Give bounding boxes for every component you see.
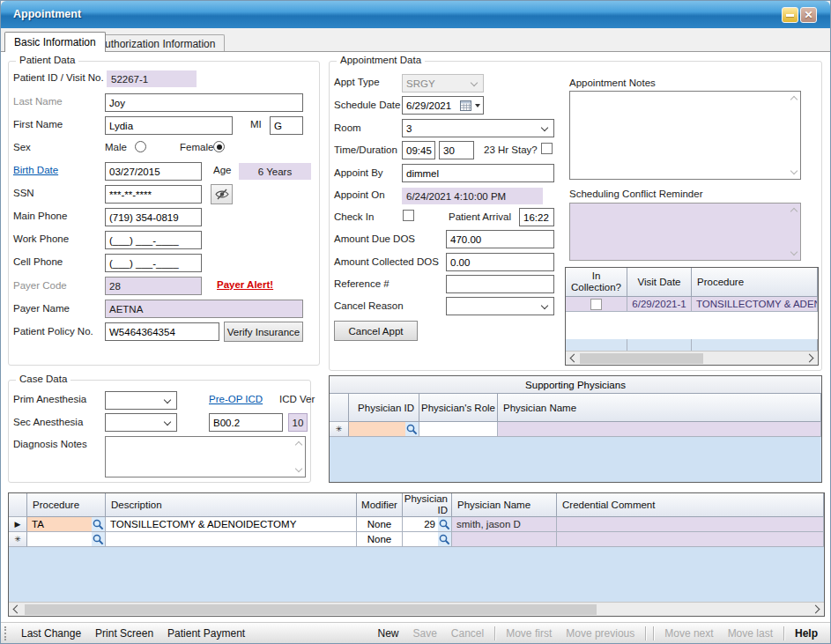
mi-input[interactable]: G [270, 116, 303, 135]
sup-col-physician-id[interactable]: Physician ID [349, 394, 419, 422]
proc-col-procedure[interactable]: Procedure [27, 493, 106, 517]
procedure-code-cell[interactable]: TA [27, 517, 92, 532]
procedure-code-cell[interactable] [27, 532, 92, 547]
title-bar[interactable]: Appointment ✕ [1, 1, 830, 28]
description-cell[interactable]: TONSILLECTOMY & ADENOIDECTOMY [106, 517, 357, 532]
move-first-button[interactable]: Move first [499, 627, 559, 640]
patient-policy-input[interactable]: W5464364354 [105, 322, 219, 341]
move-last-button[interactable]: Move last [721, 627, 780, 640]
scrollbar-thumb[interactable] [580, 353, 703, 364]
minimize-button[interactable] [782, 7, 798, 23]
credential-comment-cell [557, 517, 824, 532]
dropdown-arrow-icon[interactable] [475, 104, 480, 107]
tab-basic-information[interactable]: Basic Information [4, 32, 106, 52]
print-screen-button[interactable]: Print Screen [88, 627, 160, 640]
save-button[interactable]: Save [405, 627, 443, 640]
ssn-input[interactable]: ***-**-**** [105, 185, 202, 204]
check-in-checkbox[interactable] [403, 210, 414, 221]
supporting-physicians-new-row[interactable]: ✳ [330, 422, 821, 437]
verify-insurance-button[interactable]: Verify Insurance [224, 322, 303, 342]
pre-op-icd-link[interactable]: Pre-OP ICD [209, 394, 263, 404]
move-previous-button[interactable]: Move previous [559, 627, 642, 640]
physician-lookup-button[interactable] [405, 422, 419, 437]
tab-authorization-information[interactable]: Authorization Information [88, 34, 225, 52]
sup-col-physician-role[interactable]: Physician's Role [419, 394, 498, 422]
physician-id-cell[interactable]: 29 [403, 517, 438, 532]
modifier-cell[interactable]: None [357, 532, 403, 547]
scroll-left-icon[interactable] [570, 354, 579, 363]
birth-date-link[interactable]: Birth Date [13, 165, 58, 175]
scroll-down-icon[interactable] [790, 248, 798, 255]
cancel-button[interactable]: Cancel [444, 627, 491, 640]
male-radio[interactable] [135, 141, 146, 152]
diagnosis-notes-textarea[interactable] [105, 436, 306, 477]
cancel-reason-select[interactable] [446, 297, 554, 315]
procedure-lookup-button[interactable] [92, 517, 106, 532]
work-phone-input[interactable]: (___) ___-____ [105, 231, 202, 249]
patient-arrival-input[interactable]: 16:22 [519, 208, 554, 226]
procedures-grid-hscrollbar[interactable] [9, 602, 824, 616]
procedure-row[interactable]: ▶ TA TONSILLECTOMY & ADENOIDECTOMY None … [9, 517, 824, 532]
proc-col-modifier[interactable]: Modifier [357, 493, 403, 517]
duration-input[interactable]: 30 [439, 141, 474, 159]
scroll-right-icon[interactable] [812, 605, 820, 614]
appointment-notes-textarea[interactable] [569, 91, 801, 180]
procedure-lookup-button[interactable] [92, 532, 106, 547]
scroll-left-icon[interactable] [13, 605, 22, 614]
move-next-button[interactable]: Move next [657, 627, 720, 640]
in-collection-checkbox[interactable] [590, 299, 602, 310]
payer-alert-link[interactable]: Payer Alert! [217, 279, 273, 290]
patient-payment-button[interactable]: Patient Payment [160, 627, 252, 640]
room-select[interactable]: 3 [402, 119, 554, 137]
proc-col-physician-id[interactable]: Physician ID [403, 493, 452, 517]
last-change-button[interactable]: Last Change [14, 627, 88, 640]
scroll-right-icon[interactable] [805, 354, 814, 363]
proc-col-physician-name[interactable]: Physician Name [452, 493, 557, 517]
scrollbar-thumb[interactable] [25, 604, 597, 615]
stay-23hr-checkbox[interactable] [541, 143, 553, 154]
toggle-ssn-visibility-button[interactable] [211, 184, 233, 204]
modifier-cell[interactable]: None [357, 517, 403, 532]
birth-date-input[interactable]: 03/27/2015 [105, 162, 202, 181]
female-radio[interactable] [213, 141, 225, 152]
calendar-icon[interactable] [460, 100, 471, 111]
proc-col-description[interactable]: Description [106, 493, 357, 517]
scroll-up-icon[interactable] [790, 208, 798, 215]
visits-col-visit-date[interactable]: Visit Date [627, 268, 692, 297]
amount-collected-input[interactable]: 0.00 [446, 253, 554, 271]
last-name-input[interactable]: Joy [105, 93, 303, 112]
pre-op-icd-input[interactable]: B00.2 [209, 413, 283, 432]
first-name-input[interactable]: Lydia [105, 116, 233, 135]
time-input[interactable]: 09:45 [402, 141, 435, 159]
amount-due-input[interactable]: 470.00 [446, 230, 554, 248]
scroll-up-icon[interactable] [295, 441, 302, 448]
appoint-by-input[interactable]: dimmel [402, 164, 554, 182]
visits-row[interactable]: 6/29/2021-1 TONSILLECTOMY & ADENOIDECTOM… [566, 297, 818, 312]
scroll-down-icon[interactable] [295, 465, 302, 472]
scroll-down-icon[interactable] [790, 167, 798, 174]
close-button[interactable]: ✕ [800, 7, 817, 23]
physician-lookup-button[interactable] [438, 532, 452, 547]
help-button[interactable]: Help [788, 627, 825, 640]
sup-physician-id-input[interactable] [349, 422, 405, 437]
description-cell[interactable] [106, 532, 357, 547]
schedule-date-picker[interactable]: 6/29/2021 [402, 96, 484, 115]
prim-anesthesia-select[interactable] [105, 391, 177, 410]
sec-anesthesia-select[interactable] [105, 413, 177, 432]
reference-input[interactable] [446, 275, 554, 293]
conflict-reminder-textarea[interactable] [569, 203, 801, 261]
sup-col-physician-name[interactable]: Physician Name [498, 394, 821, 422]
cell-phone-input[interactable]: (___) ___-____ [105, 254, 202, 272]
visits-col-procedure[interactable]: Procedure [692, 268, 818, 297]
cancel-appt-button[interactable]: Cancel Appt [334, 321, 418, 341]
proc-col-credential-comment[interactable]: Credential Comment [557, 493, 824, 517]
sup-physician-role-input[interactable] [419, 422, 498, 437]
visits-col-in-collection[interactable]: In Collection? [566, 268, 627, 297]
visits-grid-hscrollbar[interactable] [566, 351, 818, 365]
procedure-new-row[interactable]: ✳ None [9, 532, 824, 547]
new-button[interactable]: New [370, 627, 405, 640]
main-phone-input[interactable]: (719) 354-0819 [105, 208, 202, 226]
scroll-up-icon[interactable] [790, 96, 798, 103]
physician-lookup-button[interactable] [438, 517, 452, 532]
physician-id-cell[interactable] [403, 532, 438, 547]
